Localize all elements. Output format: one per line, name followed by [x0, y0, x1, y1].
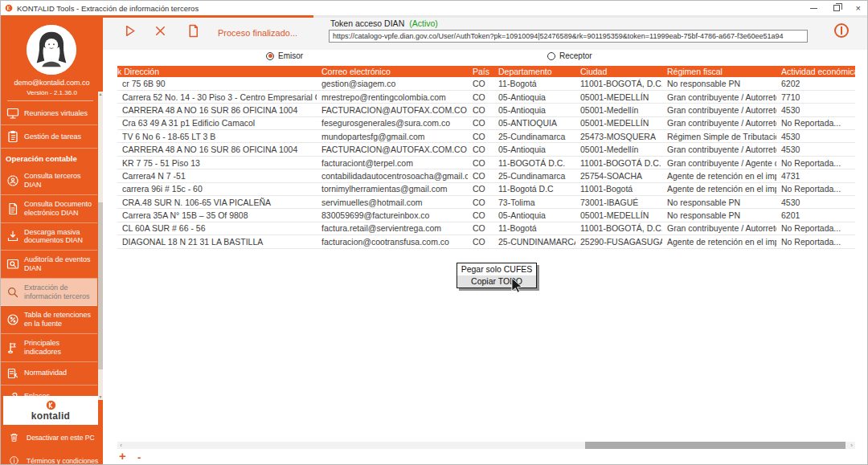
cell-ciudad: 11001-Bogotá	[575, 182, 662, 195]
cell-correo: facturacion@cootransfusa.com.co	[317, 235, 468, 248]
table-row[interactable]: cr 75 6B 90 gestion@siagem.co CO 11-Bogo…	[117, 77, 855, 90]
close-icon[interactable]: ×	[856, 4, 861, 13]
cell-direccion: KR 7 75 - 51 Piso 13	[117, 156, 317, 169]
table-row[interactable]: CL 60A SUR # 66 - 56 factura.retail@serv…	[117, 222, 855, 235]
table-row[interactable]: KR 7 75 - 51 Piso 13 facturaciont@terpel…	[117, 156, 855, 169]
cell-actividad-economica: No Reportada...	[776, 235, 855, 248]
sidebar-item-label: Principales indicadores	[24, 339, 96, 357]
terms-link[interactable]: Términos y condiciones	[9, 455, 98, 465]
sidebar-item-descarga-masiva-dian[interactable]: Descarga masiva documentos DIAN	[1, 223, 97, 251]
cell-regimen-fiscal: Gran contribuyente / Agente de re...	[662, 156, 776, 169]
sidebar-item-tabla-retenciones[interactable]: Tabla de retenciones en la fuente	[1, 306, 97, 334]
cell-departamento: 05-Antioquia	[493, 143, 575, 156]
user-email: demo@kontalid.com.co	[1, 79, 103, 87]
cell-pais: CO	[468, 143, 493, 156]
sidebar-nav: Reuniones virtuales Gestión de tareas Op…	[1, 102, 97, 408]
sidebar-item-principales-indicadores[interactable]: Principales indicadores	[1, 334, 97, 362]
deactivate-pc-button[interactable]: Desactivar en este PC	[9, 432, 95, 443]
scroll-right-icon[interactable]: ›	[848, 442, 855, 449]
title-bar: KONTALID Tools - Extracción de informaci…	[1, 1, 867, 15]
cell-pais: CO	[468, 182, 493, 195]
cell-pais: CO	[468, 209, 493, 222]
run-button[interactable]	[123, 24, 137, 38]
cell-actividad-economica: 4530	[776, 130, 855, 143]
table-row[interactable]: CARRERA 48 A NO 16 SUR 86 OFICINA 1004 F…	[117, 104, 855, 116]
radio-receptor-label: Receptor	[559, 51, 592, 60]
new-document-button[interactable]	[186, 24, 200, 38]
table-row[interactable]: CARRERA 48 A NO 16 SUR 86 OFICINA 1004 F…	[117, 143, 855, 156]
table-row[interactable]: DIAGONAL 18 N 21 31 LA BASTILLA facturac…	[117, 235, 855, 248]
restore-icon[interactable]	[833, 5, 840, 11]
sidebar-item-consulta-documento-dian[interactable]: Consulta Documento electrónico DIAN	[1, 195, 97, 223]
process-status: Proceso finalizado...	[218, 28, 297, 38]
sidebar-item-auditoria-eventos-dian[interactable]: Auditoría de eventos DIAN	[1, 251, 97, 279]
table-row[interactable]: Carrera 52 No. 14 - 30 Piso 3 - Centro E…	[117, 90, 855, 103]
cell-regimen-fiscal: No responsable PN	[662, 196, 776, 209]
cell-correo: contabilidadautocentrosoacha@gmail.com	[317, 169, 468, 182]
table-row[interactable]: carrera 96i # 15c - 60 tornimylherramien…	[117, 182, 855, 195]
sidebar-item-label: Extracción de información terceros	[24, 283, 96, 301]
scroll-left-icon[interactable]: ‹	[117, 442, 125, 449]
table-row[interactable]: Carrera4 N 7 -51 contabilidadautocentros…	[117, 169, 855, 182]
table-row[interactable]: Carrera 35A N° 15B – 35 Of 9808 83005969…	[117, 209, 855, 222]
cell-direccion: CARRERA 48 A NO 16 SUR 86 OFICINA 1004	[117, 104, 317, 116]
cell-pais: CO	[468, 90, 493, 103]
cancel-button[interactable]	[154, 24, 167, 38]
radio-emisor[interactable]: Emisor	[266, 51, 303, 60]
token-url-input[interactable]	[329, 30, 808, 43]
col-direccion[interactable]: kDirección	[117, 66, 317, 77]
flag-icon	[6, 341, 19, 354]
radio-emisor-label: Emisor	[278, 51, 303, 60]
minimize-icon[interactable]	[810, 8, 817, 9]
seal-person-icon	[6, 174, 19, 187]
cell-departamento: 05-Antioquia	[493, 90, 575, 103]
horizontal-scrollbar-thumb[interactable]	[585, 442, 845, 449]
cell-actividad-economica: 4731	[776, 169, 855, 182]
sidebar-item-extraccion-informacion-terceros[interactable]: Extracción de información terceros	[1, 279, 97, 307]
cell-ciudad: 25473-MOSQUERA	[575, 130, 662, 143]
col-departamento[interactable]: Departamento	[493, 66, 575, 77]
sidebar-item-label: Gestión de tareas	[24, 133, 81, 141]
kontalid-logo-icon	[46, 400, 56, 410]
col-ciudad[interactable]: Ciudad	[575, 66, 662, 77]
power-info-icon[interactable]	[834, 23, 849, 38]
sidebar-item-reuniones-virtuales[interactable]: Reuniones virtuales	[1, 102, 97, 125]
cell-regimen-fiscal: Régimen Simple de Tributación – S...	[662, 130, 776, 143]
kontalid-logo[interactable]: kontalid	[3, 396, 98, 425]
remove-row-button[interactable]: -	[137, 452, 141, 463]
sidebar-item-consulta-terceros-dian[interactable]: Consulta terceros DIAN	[1, 167, 97, 195]
cell-pais: CO	[468, 156, 493, 169]
cell-departamento: 25-Cundinamarca	[493, 130, 575, 143]
token-label: Token acceso DIAN(Activo)	[330, 18, 438, 28]
cell-departamento: 05-Antioquia	[493, 209, 575, 222]
cell-direccion: Carrera4 N 7 -51	[117, 169, 317, 182]
horizontal-scrollbar[interactable]: ‹ ›	[117, 442, 855, 449]
add-row-button[interactable]: +	[119, 450, 126, 462]
terceros-table: kDirección Correo electrónico País Depar…	[117, 66, 855, 249]
cell-departamento: 11-Bogotá D.C	[493, 182, 575, 195]
cell-ciudad: 25290-FUSAGASUGA	[575, 235, 662, 248]
cell-pais: CO	[468, 77, 493, 90]
cell-ciudad: 11001-BOGOTÁ, D.C.	[575, 222, 662, 235]
cell-direccion: Carrera 52 No. 14 - 30 Piso 3 - Centro E…	[117, 90, 317, 103]
cell-pais: CO	[468, 116, 493, 129]
cell-regimen-fiscal: Gran contribuyente / Autorretened...	[662, 90, 776, 103]
col-actividad-economica[interactable]: Actividad económica	[776, 66, 855, 77]
table-row[interactable]: CRA.48 SUR N. 106-65 VIA PICALEÑA servim…	[117, 196, 855, 209]
cell-direccion: Cra 63 49 A 31 p1 Edificio Camacol	[117, 116, 317, 129]
context-menu-paste-cufes[interactable]: Pegar solo CUFES	[457, 263, 536, 275]
cell-pais: CO	[468, 130, 493, 143]
col-pais[interactable]: País	[468, 66, 493, 77]
col-regimen-fiscal[interactable]: Régimen fiscal	[662, 66, 776, 77]
cell-regimen-fiscal: No responsable PN	[662, 77, 776, 90]
window-title: KONTALID Tools - Extracción de informaci…	[17, 4, 199, 13]
cell-direccion: CRA.48 SUR N. 106-65 VIA PICALEÑA	[117, 196, 317, 209]
sidebar-item-gestion-tareas[interactable]: Gestión de tareas	[1, 125, 97, 149]
table-row[interactable]: TV 6 No 6 - 18-65 LT 3 B mundopartesfg@g…	[117, 130, 855, 143]
table-header-row: kDirección Correo electrónico País Depar…	[117, 66, 855, 77]
table-row[interactable]: Cra 63 49 A 31 p1 Edificio Camacol feseg…	[117, 116, 855, 129]
col-correo[interactable]: Correo electrónico	[317, 66, 468, 77]
sidebar-item-normatividad[interactable]: Normatividad	[1, 362, 97, 385]
deactivate-pc-label: Desactivar en este PC	[27, 434, 95, 442]
radio-receptor[interactable]: Receptor	[547, 51, 592, 60]
